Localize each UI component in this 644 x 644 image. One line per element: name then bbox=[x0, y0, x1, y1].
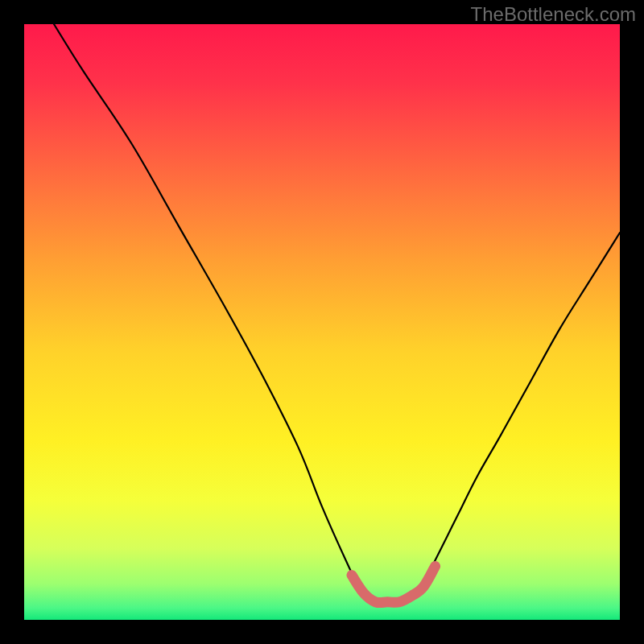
watermark-text: TheBottleneck.com bbox=[471, 3, 636, 26]
chart-frame: TheBottleneck.com bbox=[0, 0, 644, 644]
gradient-background bbox=[24, 24, 620, 620]
bottleneck-chart bbox=[0, 0, 644, 644]
